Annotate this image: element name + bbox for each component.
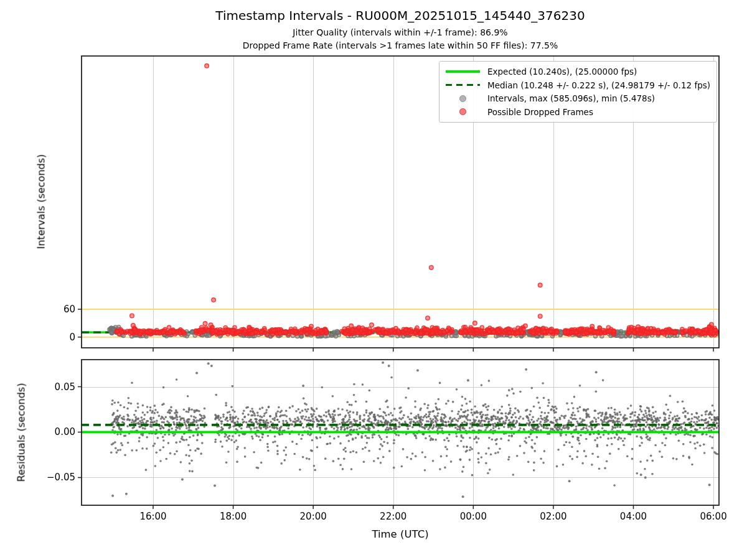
chart-title: Timestamp Intervals - RU000M_20251015_14… — [215, 8, 585, 23]
xtick-1800: 18:00 — [220, 511, 247, 522]
xtick-0000: 00:00 — [460, 511, 487, 522]
jitter-quality-subtitle: Jitter Quality (intervals within +/-1 fr… — [293, 27, 507, 37]
interval-dot-swatch-icon — [459, 95, 466, 102]
residuals-ytick-neg: −0.05 — [47, 472, 75, 483]
xtick-0600: 06:00 — [700, 511, 726, 522]
legend: Expected (10.240s), (25.00000 fps) Media… — [439, 61, 717, 123]
time-axis-label: Time (UTC) — [372, 528, 428, 540]
xtick-2200: 22:00 — [380, 511, 406, 522]
intervals-axis-label: Intervals (seconds) — [35, 154, 47, 250]
xtick-0200: 02:00 — [540, 511, 566, 522]
legend-item-median: Median (10.248 +/- 0.222 s), (24.98179 +… — [446, 80, 710, 91]
legend-item-dropped: Possible Dropped Frames — [446, 106, 710, 118]
xtick-2000: 20:00 — [300, 511, 327, 522]
legend-item-intervals: Intervals, max (585.096s), min (5.478s) — [446, 93, 710, 104]
legend-label-dropped: Possible Dropped Frames — [487, 107, 593, 117]
xtick-0400: 04:00 — [620, 511, 647, 522]
legend-item-expected: Expected (10.240s), (25.00000 fps) — [446, 66, 710, 77]
expected-line-swatch-icon — [446, 70, 480, 73]
residuals-ytick-pos: 0.05 — [55, 381, 75, 393]
residuals-ytick-zero: 0.00 — [55, 426, 75, 437]
xtick-1600: 16:00 — [139, 511, 166, 522]
timestamp-intervals-figure: Timestamp Intervals - RU000M_20251015_14… — [0, 0, 747, 560]
median-line-swatch-icon — [446, 84, 480, 86]
intervals-ytick-60: 60 — [63, 304, 75, 315]
legend-label-median: Median (10.248 +/- 0.222 s), (24.98179 +… — [487, 80, 710, 90]
dropped-frame-subtitle: Dropped Frame Rate (intervals >1 frames … — [243, 40, 558, 50]
dropped-dot-swatch-icon — [459, 108, 466, 115]
legend-label-intervals: Intervals, max (585.096s), min (5.478s) — [487, 93, 655, 103]
residuals-axis-label: Residuals (seconds) — [16, 383, 27, 482]
legend-label-expected: Expected (10.240s), (25.00000 fps) — [487, 67, 637, 77]
intervals-ytick-0: 0 — [69, 332, 75, 343]
